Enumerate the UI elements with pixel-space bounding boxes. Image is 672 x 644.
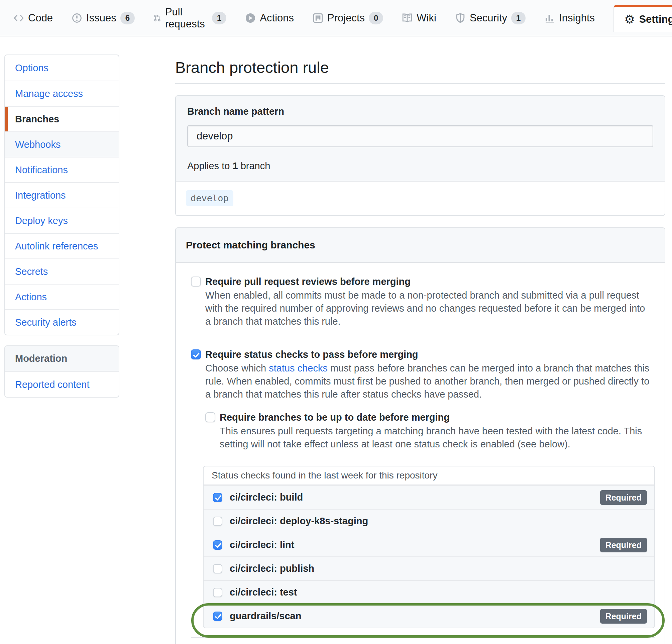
option-description: Choose which status checks must pass bef… xyxy=(205,362,651,401)
status-checks-box: Status checks found in the last week for… xyxy=(203,466,655,628)
security-count-badge: 1 xyxy=(511,12,526,24)
git-pull-request-icon xyxy=(154,13,161,23)
sidebar-item-branches[interactable]: Branches xyxy=(5,106,119,131)
status-check-row-deploy-k8s-staging: ci/circleci: deploy-k8s-staging xyxy=(204,509,654,533)
tab-actions[interactable]: Actions xyxy=(245,12,294,24)
branch-name-pattern-label: Branch name pattern xyxy=(187,106,653,117)
settings-sidebar: Options Manage access Branches Webhooks … xyxy=(4,55,119,397)
checkbox-ci-test[interactable] xyxy=(213,588,222,597)
issue-opened-icon xyxy=(72,13,82,23)
tab-issues[interactable]: Issues 6 xyxy=(72,12,135,24)
protect-card-body: Require pull request reviews before merg… xyxy=(176,263,665,644)
tab-code[interactable]: Code xyxy=(13,12,53,24)
protect-card-title: Protect matching branches xyxy=(176,228,665,263)
settings-menu: Options Manage access Branches Webhooks … xyxy=(4,55,119,335)
option-require-up-to-date: Require branches to be up to date before… xyxy=(205,412,655,423)
sidebar-item-manage-access[interactable]: Manage access xyxy=(5,81,119,106)
projects-count-badge: 0 xyxy=(369,12,383,24)
option-description: When enabled, all commits must be made t… xyxy=(205,289,651,328)
sidebar-item-reported-content[interactable]: Reported content xyxy=(5,371,119,397)
repo-tab-bar: Code Issues 6 Pull requests 1 Actions Pr… xyxy=(0,0,672,36)
status-check-row-test: ci/circleci: test xyxy=(204,580,654,604)
applies-prefix: Applies to xyxy=(187,160,230,171)
tab-label: Projects xyxy=(327,12,365,24)
sidebar-item-security-alerts[interactable]: Security alerts xyxy=(5,309,119,335)
status-check-row-guardrails-scan: guardrails/scan Required xyxy=(204,604,654,628)
option-description: This ensures pull requests targeting a m… xyxy=(220,425,654,451)
checkbox-guardrails-scan[interactable] xyxy=(213,611,222,621)
required-badge: Required xyxy=(600,609,647,624)
issues-count-badge: 6 xyxy=(120,12,135,24)
checkbox-ci-publish[interactable] xyxy=(213,564,222,573)
protect-matching-branches-card: Protect matching branches Require pull r… xyxy=(175,227,665,644)
applies-suffix: branch xyxy=(241,160,271,171)
checkbox-require-pr-reviews[interactable] xyxy=(191,276,201,287)
status-check-row-lint: ci/circleci: lint Required xyxy=(204,533,654,557)
tab-label: Actions xyxy=(260,12,294,24)
tab-label: Security xyxy=(470,12,507,24)
applies-count: 1 xyxy=(232,160,238,171)
checkbox-require-status-checks[interactable] xyxy=(191,349,201,359)
option-require-pr-reviews: Require pull request reviews before merg… xyxy=(191,276,655,287)
option-label[interactable]: Require pull request reviews before merg… xyxy=(205,276,410,287)
status-check-label[interactable]: ci/circleci: lint xyxy=(230,539,294,550)
applies-to-text: Applies to 1 branch xyxy=(187,160,653,171)
tab-insights[interactable]: Insights xyxy=(544,12,595,24)
pull-requests-count-badge: 1 xyxy=(212,12,226,24)
graph-icon xyxy=(544,13,555,23)
tab-security[interactable]: Security 1 xyxy=(455,12,526,24)
branch-name-pattern-input[interactable] xyxy=(187,125,653,147)
sidebar-item-integrations[interactable]: Integrations xyxy=(5,182,119,208)
tab-projects[interactable]: Projects 0 xyxy=(313,12,383,24)
tab-wiki[interactable]: Wiki xyxy=(402,12,436,24)
tab-settings[interactable]: ⚙ Settings xyxy=(613,5,672,32)
sidebar-item-secrets[interactable]: Secrets xyxy=(5,259,119,284)
page-title: Branch protection rule xyxy=(175,58,665,77)
sidebar-item-options[interactable]: Options xyxy=(5,55,119,81)
tab-label: Issues xyxy=(86,12,116,24)
status-check-label[interactable]: ci/circleci: build xyxy=(230,492,303,503)
status-check-label[interactable]: guardrails/scan xyxy=(230,610,301,622)
option-label[interactable]: Require status checks to pass before mer… xyxy=(205,349,418,360)
play-icon xyxy=(245,13,256,23)
option-label[interactable]: Require branches to be up to date before… xyxy=(220,412,450,423)
tab-label: Code xyxy=(28,12,53,24)
status-checks-header: Status checks found in the last week for… xyxy=(204,466,654,485)
sidebar-item-autolink-references[interactable]: Autolink references xyxy=(5,233,119,259)
matched-branch-badge: develop xyxy=(186,190,233,206)
status-checks-link[interactable]: status checks xyxy=(269,363,328,373)
moderation-section-title: Moderation xyxy=(5,346,119,371)
pattern-card-top: Branch name pattern Applies to 1 branch xyxy=(176,96,665,181)
tab-pull-requests[interactable]: Pull requests 1 xyxy=(154,6,226,30)
required-badge: Required xyxy=(600,490,647,505)
branch-name-pattern-card: Branch name pattern Applies to 1 branch … xyxy=(175,95,665,216)
branch-protection-main: Branch protection rule Branch name patte… xyxy=(175,36,665,644)
tab-label: Pull requests xyxy=(165,6,208,30)
sidebar-item-webhooks[interactable]: Webhooks xyxy=(5,131,119,157)
next-section-divider xyxy=(191,637,655,644)
status-check-row-build: ci/circleci: build Required xyxy=(204,485,654,509)
status-check-row-publish: ci/circleci: publish xyxy=(204,557,654,580)
status-check-label[interactable]: ci/circleci: test xyxy=(230,587,297,598)
checkbox-require-up-to-date[interactable] xyxy=(205,412,215,422)
code-icon xyxy=(13,13,24,23)
matched-branches-area: develop xyxy=(176,181,665,215)
project-icon xyxy=(313,13,323,23)
sidebar-item-deploy-keys[interactable]: Deploy keys xyxy=(5,208,119,233)
option-require-status-checks: Require status checks to pass before mer… xyxy=(191,349,655,360)
title-divider xyxy=(175,83,665,84)
checkbox-ci-deploy-k8s-staging[interactable] xyxy=(213,516,222,526)
checkbox-ci-lint[interactable] xyxy=(213,540,222,550)
checkbox-ci-build[interactable] xyxy=(213,493,222,502)
tab-label: Insights xyxy=(559,12,595,24)
tab-label: Wiki xyxy=(417,12,436,24)
status-check-label[interactable]: ci/circleci: publish xyxy=(230,563,314,574)
sidebar-item-notifications[interactable]: Notifications xyxy=(5,157,119,182)
book-icon xyxy=(402,13,412,23)
sidebar-item-actions[interactable]: Actions xyxy=(5,284,119,309)
tab-label: Settings xyxy=(639,13,672,25)
required-badge: Required xyxy=(600,538,647,552)
desc-text-before: Choose which xyxy=(205,363,269,373)
gear-icon: ⚙ xyxy=(624,13,635,25)
status-check-label[interactable]: ci/circleci: deploy-k8s-staging xyxy=(230,516,368,527)
